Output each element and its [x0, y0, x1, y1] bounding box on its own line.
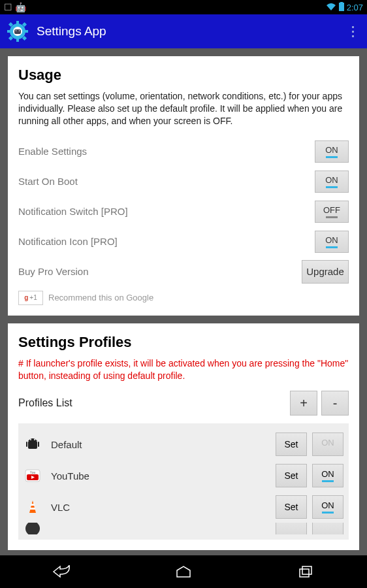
setting-row-boot: Start On Boot ON — [18, 167, 349, 197]
toggle-start-on-boot[interactable]: ON — [315, 171, 349, 193]
profile-toggle[interactable] — [312, 523, 343, 534]
svg-text:You: You — [30, 470, 36, 474]
profile-row-default[interactable]: Default Set ON — [24, 429, 343, 460]
usage-card: Usage You can set settings (volume, orie… — [8, 56, 359, 316]
svg-rect-15 — [28, 441, 37, 449]
svg-rect-4 — [16, 38, 19, 42]
profile-row-partial[interactable] — [24, 523, 343, 534]
profile-row-vlc[interactable]: VLC Set ON — [24, 491, 343, 523]
set-button[interactable]: Set — [276, 433, 307, 456]
back-button[interactable] — [42, 559, 81, 585]
remove-profile-button[interactable]: - — [321, 391, 349, 416]
set-button[interactable] — [276, 523, 307, 534]
usage-description: You can set settings (volume, orientatio… — [18, 90, 349, 127]
status-time: 2:07 — [347, 3, 363, 12]
profiles-list-label: Profiles List — [18, 397, 72, 409]
svg-point-14 — [19, 30, 20, 31]
svg-point-17 — [34, 439, 35, 440]
profile-toggle: ON — [312, 433, 343, 456]
android-icon — [24, 435, 42, 453]
vlc-icon — [24, 498, 42, 516]
home-button[interactable] — [164, 559, 203, 585]
profiles-warning: # If launcher's profile exists, it will … — [18, 357, 349, 382]
setting-label: Enable Settings — [18, 146, 87, 157]
setting-label: Notification Icon [PRO] — [18, 236, 118, 247]
toggle-notification-switch[interactable]: OFF — [315, 201, 349, 223]
setting-label: Buy Pro Version — [18, 266, 89, 277]
recents-button[interactable] — [286, 559, 325, 585]
youtube-icon: You — [24, 466, 42, 485]
wifi-icon — [326, 2, 336, 12]
status-bar: ☐ 🤖 2:07 — [0, 0, 367, 14]
battery-icon — [339, 2, 344, 13]
svg-rect-12 — [14, 29, 21, 34]
setting-row-notif-switch: Notification Switch [PRO] OFF — [18, 197, 349, 227]
svg-rect-6 — [24, 30, 28, 33]
profile-name: Default — [47, 439, 270, 450]
google-recommend-row[interactable]: g+1 Recommend this on Google — [18, 291, 349, 305]
content-area: Usage You can set settings (volume, orie… — [0, 48, 367, 555]
setting-row-buy-pro: Buy Pro Version Upgrade — [18, 257, 349, 287]
svg-point-25 — [25, 523, 40, 534]
svg-point-13 — [16, 30, 17, 31]
profiles-list: Default Set ON You YouTube Set ON VLC Se… — [18, 423, 349, 540]
navigation-bar — [0, 555, 367, 588]
profile-name: YouTube — [47, 470, 270, 482]
svg-rect-24 — [30, 508, 35, 510]
gear-icon — [7, 20, 29, 42]
overflow-menu-button[interactable] — [345, 18, 360, 44]
profiles-list-header: Profiles List + - — [18, 391, 349, 416]
svg-rect-26 — [300, 569, 309, 577]
set-button[interactable]: Set — [276, 464, 307, 487]
svg-rect-18 — [26, 442, 27, 447]
recommend-text: Recommend this on Google — [48, 293, 153, 302]
svg-rect-0 — [339, 3, 344, 11]
svg-rect-5 — [7, 30, 11, 33]
setting-label: Start On Boot — [18, 176, 78, 187]
profile-row-youtube[interactable]: You YouTube Set ON — [24, 460, 343, 491]
svg-rect-23 — [31, 504, 35, 506]
profile-toggle[interactable]: ON — [312, 464, 343, 487]
profile-toggle[interactable]: ON — [312, 495, 343, 519]
profile-name: VLC — [47, 502, 270, 513]
action-bar: Settings App — [0, 14, 367, 48]
profiles-card: Settings Profiles # If launcher's profil… — [8, 323, 359, 551]
toggle-enable-settings[interactable]: ON — [315, 140, 349, 163]
svg-rect-19 — [38, 442, 39, 447]
app-title: Settings App — [37, 24, 345, 39]
svg-rect-3 — [16, 21, 19, 25]
svg-rect-27 — [302, 566, 311, 574]
app-icon — [24, 523, 42, 534]
setting-row-notif-icon: Notification Icon [PRO] ON — [18, 227, 349, 257]
status-android-icon: 🤖 — [15, 2, 26, 12]
add-profile-button[interactable]: + — [290, 391, 317, 416]
toggle-notification-icon[interactable]: ON — [315, 231, 349, 253]
setting-label: Notification Switch [PRO] — [18, 206, 128, 217]
upgrade-button[interactable]: Upgrade — [302, 260, 349, 284]
setting-row-enable: Enable Settings ON — [18, 137, 349, 167]
usage-heading: Usage — [18, 67, 349, 84]
svg-point-16 — [30, 439, 31, 440]
profiles-heading: Settings Profiles — [18, 334, 349, 351]
set-button[interactable]: Set — [276, 495, 307, 519]
status-notif-icon: ☐ — [4, 2, 12, 12]
svg-rect-1 — [340, 2, 343, 3]
gplus-badge[interactable]: g+1 — [18, 291, 43, 305]
